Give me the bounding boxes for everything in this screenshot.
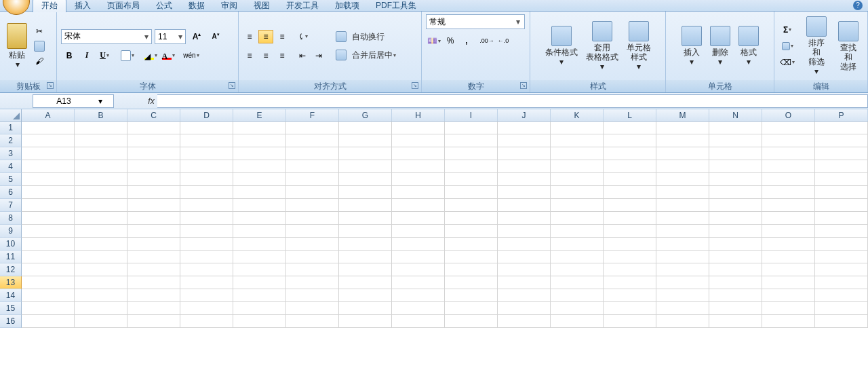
cell[interactable]: [709, 134, 762, 147]
cell[interactable]: [709, 238, 762, 251]
decrease-decimal-button[interactable]: ←.0: [496, 34, 511, 48]
cell[interactable]: [22, 122, 75, 134]
cell[interactable]: [604, 160, 656, 173]
tab-insert[interactable]: 插入: [66, 0, 99, 12]
column-header[interactable]: I: [445, 109, 498, 122]
cell[interactable]: [127, 276, 180, 289]
cell[interactable]: [392, 122, 445, 134]
fx-icon[interactable]: fx: [145, 96, 157, 106]
select-all-corner[interactable]: [0, 109, 22, 122]
cell[interactable]: [75, 147, 127, 160]
font-color-button[interactable]: A▾: [161, 49, 176, 62]
cell[interactable]: [22, 238, 75, 251]
column-header[interactable]: M: [656, 109, 709, 122]
cell[interactable]: [22, 276, 75, 289]
cell[interactable]: [75, 238, 127, 251]
cell[interactable]: [75, 263, 127, 276]
cell[interactable]: [233, 122, 286, 134]
cell[interactable]: [604, 186, 656, 199]
decrease-indent-button[interactable]: ⇤: [295, 49, 310, 62]
cell[interactable]: [75, 173, 127, 186]
cell[interactable]: [233, 173, 286, 186]
cell[interactable]: [127, 251, 180, 263]
align-bottom-button[interactable]: ≡: [275, 30, 290, 43]
cell[interactable]: [180, 122, 233, 134]
cell[interactable]: [339, 212, 392, 225]
cell[interactable]: [75, 199, 127, 212]
cell[interactable]: [127, 289, 180, 302]
cell[interactable]: [286, 186, 339, 199]
cell[interactable]: [604, 276, 656, 289]
cell[interactable]: [551, 251, 604, 263]
row-header[interactable]: 8: [0, 212, 22, 225]
cell[interactable]: [709, 212, 762, 225]
cell[interactable]: [656, 147, 709, 160]
row-header[interactable]: 2: [0, 134, 22, 147]
paste-button[interactable]: 粘贴 ▾: [3, 22, 31, 71]
increase-decimal-button[interactable]: .00→: [479, 34, 494, 48]
font-name-combo[interactable]: ▾: [61, 29, 152, 44]
cell[interactable]: [762, 199, 815, 212]
column-header[interactable]: P: [815, 109, 868, 122]
cell[interactable]: [392, 173, 445, 186]
cell[interactable]: [392, 212, 445, 225]
cell[interactable]: [286, 160, 339, 173]
cell[interactable]: [339, 315, 392, 328]
align-center-button[interactable]: ≡: [258, 49, 273, 62]
cell[interactable]: [762, 212, 815, 225]
cell[interactable]: [551, 160, 604, 173]
align-middle-button[interactable]: ≡: [258, 30, 273, 43]
cell[interactable]: [709, 276, 762, 289]
cell[interactable]: [339, 147, 392, 160]
cell[interactable]: [233, 160, 286, 173]
tab-developer[interactable]: 开发工具: [278, 0, 327, 12]
cell[interactable]: [22, 199, 75, 212]
cell[interactable]: [180, 238, 233, 251]
cell[interactable]: [392, 251, 445, 263]
column-header[interactable]: O: [762, 109, 815, 122]
cell[interactable]: [815, 147, 868, 160]
cell[interactable]: [815, 251, 868, 263]
cell[interactable]: [75, 122, 127, 134]
cell[interactable]: [498, 289, 551, 302]
find-select-button[interactable]: 查找和 选择: [833, 20, 865, 73]
cell[interactable]: [75, 315, 127, 328]
column-header[interactable]: A: [22, 109, 75, 122]
cell[interactable]: [709, 251, 762, 263]
cell[interactable]: [604, 147, 656, 160]
cell[interactable]: [22, 225, 75, 238]
dialog-launcher-icon[interactable]: ↘: [229, 82, 235, 89]
cell[interactable]: [656, 134, 709, 147]
cell[interactable]: [709, 199, 762, 212]
cell[interactable]: [498, 251, 551, 263]
cell[interactable]: [22, 302, 75, 315]
cell[interactable]: [180, 302, 233, 315]
cell[interactable]: [498, 186, 551, 199]
cell[interactable]: [815, 315, 868, 328]
cell[interactable]: [656, 122, 709, 134]
column-header[interactable]: K: [551, 109, 604, 122]
cell[interactable]: [286, 173, 339, 186]
cell[interactable]: [180, 147, 233, 160]
copy-button[interactable]: [32, 39, 47, 53]
cell[interactable]: [762, 186, 815, 199]
cell[interactable]: [498, 134, 551, 147]
row-header[interactable]: 4: [0, 160, 22, 173]
cell[interactable]: [75, 251, 127, 263]
cell[interactable]: [604, 251, 656, 263]
cell[interactable]: [762, 173, 815, 186]
formula-input[interactable]: [157, 94, 868, 108]
cell[interactable]: [656, 263, 709, 276]
format-cells-button[interactable]: 格式 ▾: [734, 24, 763, 68]
cell[interactable]: [815, 212, 868, 225]
name-box[interactable]: ▾: [33, 94, 114, 108]
cell[interactable]: [656, 251, 709, 263]
cell[interactable]: [445, 212, 498, 225]
cell[interactable]: [339, 122, 392, 134]
border-button[interactable]: ▾: [120, 49, 135, 62]
cell[interactable]: [339, 160, 392, 173]
delete-cells-button[interactable]: 删除 ▾: [706, 24, 734, 68]
cell[interactable]: [286, 225, 339, 238]
autosum-button[interactable]: Σ▾: [778, 23, 797, 37]
cell[interactable]: [233, 302, 286, 315]
